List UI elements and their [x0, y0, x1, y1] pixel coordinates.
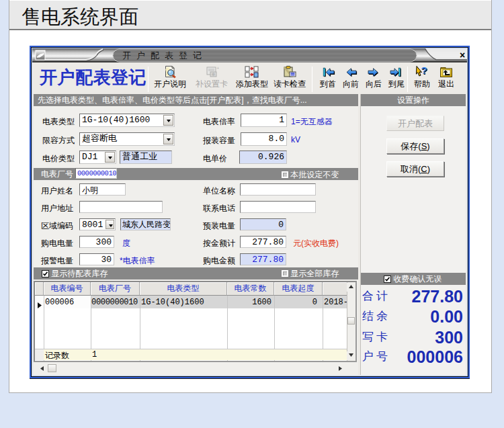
svg-text:+: + [216, 66, 219, 71]
svg-text:×: × [460, 50, 465, 60]
svg-text:※: ※ [212, 72, 216, 77]
svg-text:开户配表登记: 开户配表登记 [122, 50, 207, 60]
